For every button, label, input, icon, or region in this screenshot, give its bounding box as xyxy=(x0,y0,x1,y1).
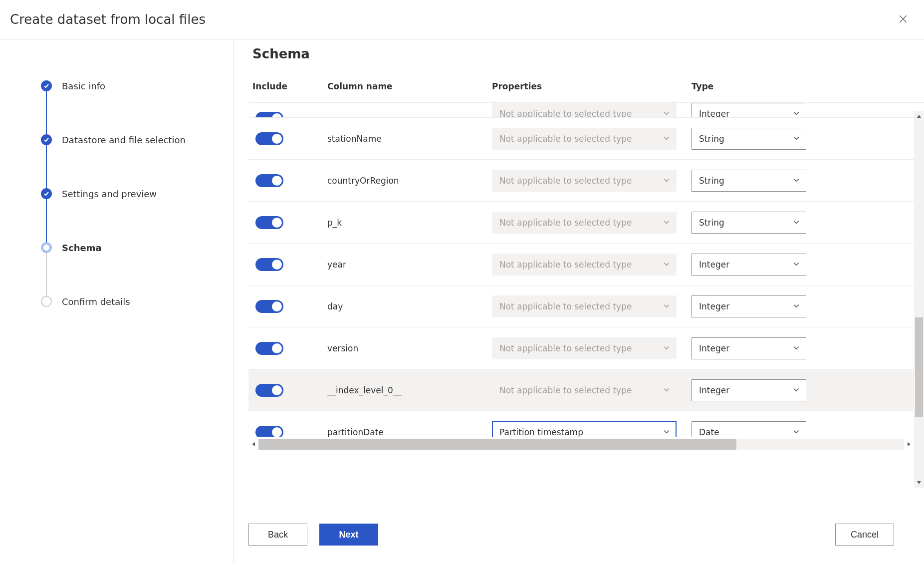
type-dropdown[interactable]: String xyxy=(692,212,806,234)
wizard-nav: Basic infoDatastore and file selectionSe… xyxy=(0,39,233,564)
type-dropdown[interactable]: String xyxy=(692,128,806,150)
col-header-column: Column name xyxy=(327,81,492,91)
wizard-step-label: Settings and preview xyxy=(62,189,157,199)
column-name: version xyxy=(327,343,492,353)
chevron-down-icon xyxy=(663,260,670,270)
scroll-track[interactable] xyxy=(914,121,924,478)
chevron-down-icon xyxy=(663,176,670,186)
chevron-down-icon xyxy=(663,301,670,311)
chevron-down-icon xyxy=(663,427,670,437)
column-name: p_k xyxy=(327,218,492,228)
scroll-right-arrow[interactable] xyxy=(904,439,914,450)
properties-value: Not applicable to selected type xyxy=(499,109,632,118)
include-toggle[interactable] xyxy=(255,216,283,229)
type-dropdown[interactable]: Integer xyxy=(692,103,806,118)
chevron-down-icon xyxy=(793,301,800,311)
wizard-step-label: Basic info xyxy=(62,81,105,91)
wizard-step-0[interactable]: Basic info xyxy=(41,80,213,134)
properties-value: Not applicable to selected type xyxy=(499,343,632,353)
properties-value: Not applicable to selected type xyxy=(499,260,632,270)
wizard-step-3[interactable]: Schema xyxy=(41,242,213,296)
properties-dropdown[interactable]: Partition timestamp xyxy=(492,421,677,437)
close-button[interactable] xyxy=(896,12,910,26)
type-dropdown[interactable]: Integer xyxy=(692,337,806,359)
cancel-button[interactable]: Cancel xyxy=(835,524,894,546)
properties-value: Not applicable to selected type xyxy=(499,134,632,144)
wizard-step-dot xyxy=(41,134,52,145)
properties-value: Not applicable to selected type xyxy=(499,301,632,311)
wizard-step-dot xyxy=(41,296,52,307)
column-name: day xyxy=(327,301,492,311)
type-dropdown[interactable]: Date xyxy=(692,421,806,437)
section-title: Schema xyxy=(252,46,924,61)
column-name: year xyxy=(327,260,492,270)
wizard-step-dot xyxy=(41,242,52,253)
chevron-down-icon xyxy=(793,134,800,144)
properties-dropdown-disabled: Not applicable to selected type xyxy=(492,337,677,359)
chevron-down-icon xyxy=(663,385,670,395)
svg-marker-3 xyxy=(917,481,921,484)
chevron-down-icon xyxy=(793,176,800,186)
column-name: __index_level_0__ xyxy=(327,385,492,395)
svg-marker-4 xyxy=(252,442,255,446)
type-dropdown[interactable]: Integer xyxy=(692,295,806,317)
wizard-step-label: Schema xyxy=(62,243,102,253)
chevron-down-icon xyxy=(793,427,800,437)
back-button[interactable]: Back xyxy=(248,524,307,546)
scroll-thumb[interactable] xyxy=(915,317,923,417)
properties-value: Not applicable to selected type xyxy=(499,385,632,395)
svg-marker-2 xyxy=(917,115,921,118)
wizard-step-2[interactable]: Settings and preview xyxy=(41,188,213,242)
type-value: String xyxy=(699,218,724,228)
properties-value: Not applicable to selected type xyxy=(499,218,632,228)
wizard-step-4: Confirm details xyxy=(41,296,213,307)
table-row: yearNot applicable to selected typeInteg… xyxy=(248,244,924,285)
column-name: countryOrRegion xyxy=(327,176,492,186)
include-toggle[interactable] xyxy=(255,132,283,145)
horizontal-scrollbar[interactable] xyxy=(248,439,914,450)
type-value: Integer xyxy=(699,343,729,353)
type-value: Integer xyxy=(699,109,729,118)
table-row-peek: Not applicable to selected type Integer xyxy=(248,103,924,118)
chevron-down-icon xyxy=(793,260,800,270)
properties-dropdown-disabled: Not applicable to selected type xyxy=(492,103,677,118)
col-header-type: Type xyxy=(692,81,809,91)
table-row: versionNot applicable to selected typeIn… xyxy=(248,327,924,369)
dialog-title: Create dataset from local files xyxy=(10,12,206,27)
properties-dropdown-disabled: Not applicable to selected type xyxy=(492,212,677,234)
include-toggle[interactable] xyxy=(255,300,283,313)
col-header-props: Properties xyxy=(492,81,692,91)
scroll-left-arrow[interactable] xyxy=(248,439,258,450)
properties-dropdown-disabled: Not applicable to selected type xyxy=(492,295,677,317)
properties-dropdown-disabled: Not applicable to selected type xyxy=(492,254,677,276)
scroll-down-arrow[interactable] xyxy=(914,478,924,488)
type-dropdown[interactable]: Integer xyxy=(692,254,806,276)
chevron-down-icon xyxy=(663,343,670,353)
svg-marker-5 xyxy=(908,442,911,446)
properties-value: Partition timestamp xyxy=(499,427,583,437)
properties-value: Not applicable to selected type xyxy=(499,176,632,186)
table-row: __index_level_0__Not applicable to selec… xyxy=(248,369,924,411)
properties-dropdown-disabled: Not applicable to selected type xyxy=(492,170,677,192)
type-value: Integer xyxy=(699,260,729,270)
chevron-down-icon xyxy=(663,134,670,144)
include-toggle[interactable] xyxy=(255,112,283,118)
type-dropdown[interactable]: String xyxy=(692,170,806,192)
include-toggle[interactable] xyxy=(255,174,283,187)
table-header-row: Include Column name Properties Type xyxy=(248,81,924,102)
scroll-track[interactable] xyxy=(258,439,904,450)
include-toggle[interactable] xyxy=(255,384,283,397)
type-dropdown[interactable]: Integer xyxy=(692,379,806,401)
include-toggle[interactable] xyxy=(255,342,283,355)
table-row: p_kNot applicable to selected typeString xyxy=(248,202,924,244)
chevron-down-icon xyxy=(793,218,800,228)
table-row: countryOrRegionNot applicable to selecte… xyxy=(248,160,924,202)
wizard-step-1[interactable]: Datastore and file selection xyxy=(41,134,213,188)
chevron-down-icon xyxy=(663,218,670,228)
include-toggle[interactable] xyxy=(255,426,283,437)
scroll-up-arrow[interactable] xyxy=(914,111,924,121)
include-toggle[interactable] xyxy=(255,258,283,271)
next-button[interactable]: Next xyxy=(319,524,378,546)
vertical-scrollbar[interactable] xyxy=(914,111,924,488)
chevron-down-icon xyxy=(793,109,800,118)
